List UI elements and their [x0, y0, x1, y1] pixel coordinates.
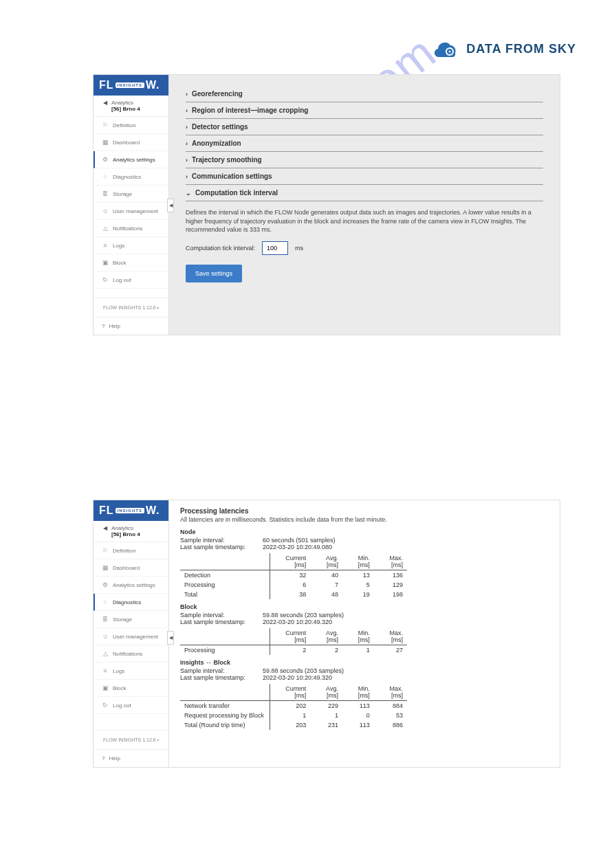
sidebar-item-label: Dashboard: [113, 140, 140, 146]
node-sample: Sample interval:60 seconds (501 samples): [180, 537, 549, 544]
row-name: Network transfer: [180, 701, 270, 711]
cell: 886: [374, 720, 407, 730]
col-header: Current [ms]: [270, 553, 310, 570]
row-name: Processing: [180, 645, 270, 656]
row-name: Processing: [180, 580, 270, 590]
breadcrumb[interactable]: ◀ Analytics [56] Brno 4: [94, 96, 168, 117]
app-logo: FL INSIGHTS W.: [94, 75, 168, 96]
sidebar-item-storage[interactable]: ≣Storage: [94, 186, 168, 203]
ib-table: Current [ms]Avg. [ms]Min. [ms]Max. [ms]N…: [180, 684, 407, 730]
cell: 53: [374, 711, 407, 720]
accordion-georeferencing[interactable]: ›Georeferencing: [186, 86, 543, 102]
cell: 1: [342, 645, 374, 656]
user-icon: ☺: [102, 633, 109, 640]
sidebar-item-storage[interactable]: ≣Storage: [94, 611, 168, 628]
sidebar-item-label: Block: [113, 260, 127, 266]
cell: 203: [270, 720, 310, 730]
table-row: Processing675129: [180, 580, 407, 590]
accordion-region-of-interest-image-cropping[interactable]: ›Region of interest—image cropping: [186, 102, 543, 119]
cell: 113: [342, 720, 374, 730]
sidebar-item-log-out[interactable]: ↻Log out: [94, 697, 168, 714]
sidebar-item-analytics-settings[interactable]: ⚙Analytics settings: [94, 577, 168, 594]
sidebar-item-label: Dashboard: [113, 565, 140, 571]
accordion-anonymization[interactable]: ›Anonymization: [186, 135, 543, 152]
sidebar-item-dashboard[interactable]: ▦Dashboard: [94, 134, 168, 151]
sidebar-item-label: Logs: [113, 668, 124, 674]
chevron-down-icon: ⌄: [186, 190, 191, 197]
accordion-label: Communication settings: [192, 173, 272, 180]
back-icon[interactable]: ◀: [103, 525, 107, 531]
cell: 1: [270, 711, 310, 720]
sidebar-item-diagnostics[interactable]: ⁘Diagnostics: [94, 594, 168, 611]
sidebar-collapse-handle[interactable]: ◀: [167, 199, 174, 212]
breadcrumb[interactable]: ◀ Analytics [56] Brno 4: [94, 521, 168, 542]
settings-icon: ⚙: [102, 581, 109, 588]
sidebar-item-notifications[interactable]: △Notifications: [94, 220, 168, 237]
accordion-computation-tick-interval[interactable]: ⌄Computation tick interval: [186, 185, 543, 201]
tick-interval-input[interactable]: [262, 241, 288, 255]
table-row: Total (Round trip time)203231113886: [180, 720, 407, 730]
sidebar-item-dashboard[interactable]: ▦Dashboard: [94, 559, 168, 577]
cell: 884: [374, 701, 407, 711]
dash-icon: ▦: [102, 564, 109, 571]
cell: 2: [310, 645, 342, 656]
accordion-communication-settings[interactable]: ›Communication settings: [186, 168, 543, 185]
dash-icon: ▦: [102, 139, 109, 146]
sidebar-item-label: Diagnostics: [113, 174, 141, 180]
app-logo: FL INSIGHTS W.: [94, 500, 168, 521]
user-icon: ☺: [102, 208, 109, 214]
cell: 129: [374, 580, 407, 590]
help-label: Help: [109, 323, 120, 329]
cell: 2: [270, 645, 310, 656]
sidebar-item-log-out[interactable]: ↻Log out: [94, 271, 168, 289]
table-row: Total384819198: [180, 590, 407, 599]
cell: 7: [310, 580, 342, 590]
help-icon: ?: [102, 755, 105, 761]
logo-right: W.: [146, 504, 160, 517]
sidebar-item-notifications[interactable]: △Notifications: [94, 645, 168, 663]
logout-icon: ↻: [102, 702, 109, 709]
cell: 136: [374, 570, 407, 581]
sidebar-item-block[interactable]: ▣Block: [94, 254, 168, 271]
settings-icon: ⚙: [102, 156, 109, 163]
help-item[interactable]: ? Help: [94, 318, 168, 335]
col-header: Min. [ms]: [342, 553, 374, 570]
back-icon[interactable]: ◀: [103, 100, 107, 106]
app-window-settings: FL INSIGHTS W. ◀ Analytics [56] Brno 4 ⚐…: [93, 74, 560, 335]
row-name: Request processing by Block: [180, 711, 270, 720]
app-window-diagnostics: FL INSIGHTS W. ◀ Analytics [56] Brno 4 ⚐…: [93, 500, 560, 768]
sidebar-collapse-handle[interactable]: ◀: [167, 631, 174, 645]
sidebar-item-definition[interactable]: ⚐Definition: [94, 542, 168, 559]
block-icon: ▣: [102, 259, 109, 266]
cell: 231: [310, 720, 342, 730]
help-label: Help: [109, 755, 120, 761]
sidebar-item-user-management[interactable]: ☺User management: [94, 628, 168, 645]
accordion-label: Trajectory smoothing: [192, 156, 262, 164]
node-ts: Last sample timestamp:2022-03-20 10:20:4…: [180, 544, 549, 550]
help-item[interactable]: ? Help: [94, 750, 168, 767]
save-button[interactable]: Save settings: [186, 265, 242, 282]
logo-right: W.: [146, 79, 160, 91]
ib-head: Insights ↔ Block: [180, 659, 549, 666]
chevron-right-icon: ›: [186, 107, 188, 114]
sidebar-item-diagnostics[interactable]: ⁘Diagnostics: [94, 168, 168, 186]
sidebar-item-label: Storage: [113, 191, 132, 197]
sidebar-item-logs[interactable]: ≡Logs: [94, 237, 168, 254]
sidebar-item-logs[interactable]: ≡Logs: [94, 663, 168, 680]
table-row: Processing22127: [180, 645, 407, 656]
sidebar-item-user-management[interactable]: ☺User management: [94, 203, 168, 220]
logo-left: FL: [99, 504, 114, 517]
accordion-trajectory-smoothing[interactable]: ›Trajectory smoothing: [186, 152, 543, 168]
accordion-detector-settings[interactable]: ›Detector settings: [186, 119, 543, 135]
col-header: Avg. [ms]: [310, 628, 342, 645]
col-header: Current [ms]: [270, 684, 310, 701]
sidebar-item-label: Analytics settings: [113, 157, 155, 163]
diag-icon: ⁘: [102, 599, 109, 605]
breadcrumb-current: [56] Brno 4: [111, 106, 140, 112]
sidebar-item-definition[interactable]: ⚐Definition: [94, 117, 168, 134]
table-row: Detection324013136: [180, 570, 407, 581]
table-row: Request processing by Block11053: [180, 711, 407, 720]
sidebar-item-analytics-settings[interactable]: ⚙Analytics settings: [94, 151, 168, 168]
sidebar-item-block[interactable]: ▣Block: [94, 680, 168, 697]
sidebar-item-label: User management: [113, 208, 158, 214]
